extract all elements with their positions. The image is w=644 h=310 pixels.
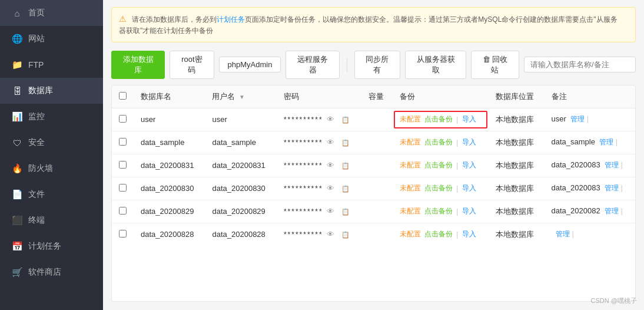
more-icon: | [621,160,623,169]
manage-link[interactable]: 管理 [599,138,613,146]
sidebar-item-website[interactable]: 🌐 网站 [0,26,103,52]
backup-link[interactable]: 点击备份 [424,137,453,147]
backup-cell: 未配置 点击备份 | 导入 [393,177,489,200]
backup-link[interactable]: 点击备份 [424,183,453,193]
tasks-icon: 📅 [12,241,22,252]
sidebar-item-database[interactable]: 🗄 数据库 [0,78,103,104]
row-checkbox[interactable] [119,230,127,238]
more-icon: | [621,206,623,215]
more-icon: | [621,183,623,192]
manage-link[interactable]: 管理 [556,230,570,238]
capacity-cell [361,154,393,177]
sidebar-item-ftp[interactable]: 📁 FTP [0,52,103,78]
table-header-row: 数据库名 用户名 ▼ 密码 容量 备份 数据库位置 备注 [112,85,635,108]
eye-icon[interactable]: 👁 [327,161,334,170]
trash-icon: 🗑 [483,55,493,64]
add-database-button[interactable]: 添加数据库 [111,51,165,79]
import-link[interactable]: 导入 [462,160,476,170]
backup-link[interactable]: 点击备份 [424,114,453,124]
sidebar-item-monitor[interactable]: 📊 监控 [0,104,103,130]
sidebar-item-label: 终端 [28,215,45,226]
remark-text: data_2020083 [552,160,600,169]
from-server-button[interactable]: 从服务器获取 [405,51,466,79]
copy-icon[interactable]: 📋 [341,185,350,193]
root-password-button[interactable]: root密码 [170,51,214,79]
username-cell: data_20200829 [205,200,276,223]
row-checkbox[interactable] [119,184,127,192]
db-name-cell: data_20200830 [134,177,205,200]
row-checkbox[interactable] [119,115,127,123]
header-username: 用户名 ▼ [205,85,276,108]
backup-link[interactable]: 点击备份 [424,206,453,216]
separator: | [456,230,458,239]
username-cell: data_20200831 [205,154,276,177]
eye-icon[interactable]: 👁 [327,207,334,216]
sidebar-item-tasks[interactable]: 📅 计划任务 [0,233,103,259]
alert-text1: 请在添加数据库后，务必到 [132,15,217,24]
more-icon: | [572,229,573,238]
import-link[interactable]: 导入 [462,114,476,124]
row-checkbox[interactable] [119,207,127,215]
header-checkbox-cell [112,85,134,108]
backup-status: 未配置 [400,160,421,170]
password-cell: ********** 👁 📋 [277,177,361,200]
sidebar-item-appstore[interactable]: 🛒 软件商店 [0,259,103,285]
table-row: data_20200830data_20200830 ********** 👁 … [112,177,635,200]
search-input[interactable] [524,57,636,72]
backup-link[interactable]: 点击备份 [424,160,453,170]
row-checkbox[interactable] [119,138,127,146]
backup-cell: 未配置 点击备份 | 导入 [393,223,489,246]
sidebar-item-home[interactable]: ⌂ 首页 [0,0,103,26]
manage-link[interactable]: 管理 [570,115,585,123]
sidebar-item-terminal[interactable]: ⬛ 终端 [0,207,103,233]
import-link[interactable]: 导入 [462,206,476,216]
manage-link[interactable]: 管理 [605,161,619,169]
copy-icon[interactable]: 📋 [341,231,350,239]
row-checkbox[interactable] [119,161,127,169]
remark-cell: data_2020083 管理 | [545,154,635,177]
separator: | [456,161,458,170]
password-dots: ********** [284,138,323,147]
eye-icon[interactable]: 👁 [327,184,334,193]
import-link[interactable]: 导入 [462,229,476,239]
more-icon: | [616,137,618,146]
location-cell: 本地数据库 [489,223,545,246]
recycle-button[interactable]: 🗑 回收站 [471,51,519,79]
backup-status: 未配置 [400,137,421,147]
backup-status: 未配置 [400,229,421,239]
main-content: ⚠ 请在添加数据库后，务必到计划任务页面添加定时备份任务，以确保您的数据安全。温… [103,0,644,310]
appstore-icon: 🛒 [12,267,22,278]
eye-icon[interactable]: 👁 [327,115,334,124]
shield-icon: 🛡 [12,137,22,148]
sync-all-button[interactable]: 同步所有 [354,51,401,79]
copy-icon[interactable]: 📋 [341,208,350,216]
phpmyadmin-button[interactable]: phpMyAdmin [219,57,281,72]
manage-link[interactable]: 管理 [605,207,619,215]
sidebar-item-label: FTP [28,60,44,70]
db-name-cell: user [134,108,205,131]
location-cell: 本地数据库 [489,131,545,154]
terminal-icon: ⬛ [12,215,22,226]
sidebar-item-label: 软件商店 [28,267,61,278]
import-link[interactable]: 导入 [462,137,476,147]
db-name-cell: data_20200828 [134,223,205,246]
copy-icon[interactable]: 📋 [341,116,350,124]
backup-link[interactable]: 点击备份 [424,229,453,239]
copy-icon[interactable]: 📋 [341,162,350,170]
home-icon: ⌂ [12,8,22,18]
remark-text: data_2020083 [552,183,600,192]
eye-icon[interactable]: 👁 [327,230,334,239]
manage-link[interactable]: 管理 [605,184,619,192]
backup-cell: 未配置 点击备份 | 导入 [393,200,489,223]
sidebar-item-files[interactable]: 📄 文件 [0,182,103,207]
sidebar-item-firewall[interactable]: 🔥 防火墙 [0,156,103,182]
select-all-checkbox[interactable] [119,92,127,100]
copy-icon[interactable]: 📋 [341,139,350,147]
sidebar-item-security[interactable]: 🛡 安全 [0,130,103,156]
remote-server-button[interactable]: 远程服务器 [286,51,339,79]
eye-icon[interactable]: 👁 [327,138,334,147]
ftp-icon: 📁 [12,60,22,70]
location-cell: 本地数据库 [489,200,545,223]
import-link[interactable]: 导入 [462,183,476,193]
alert-link[interactable]: 计划任务 [217,15,245,24]
